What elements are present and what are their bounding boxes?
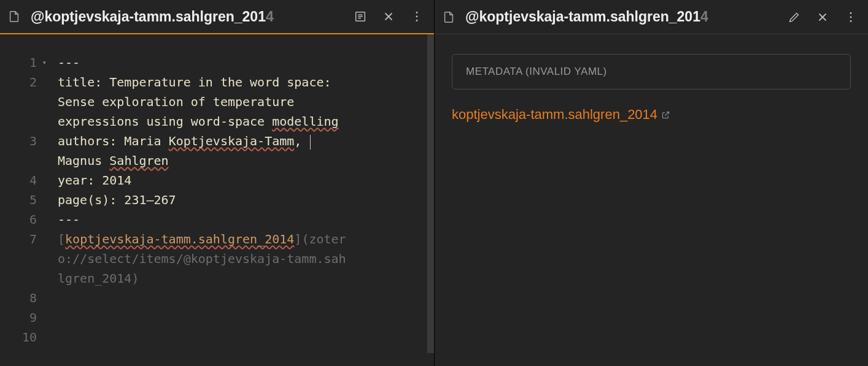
svg-point-11 (850, 12, 852, 14)
line-number: 5 (0, 190, 45, 210)
code-line (58, 288, 424, 308)
editor-body[interactable]: 1 2 3 4 5 6 7 8 9 10 ---title: Temperatu… (0, 34, 434, 366)
editor-tab-title[interactable]: @koptjevskaja-tamm.sahlgren_2014 (31, 9, 342, 25)
title-main: koptjevskaja-tamm.sahlgren_201 (479, 9, 700, 25)
preview-link[interactable]: koptjevskaja-tamm.sahlgren_2014 (452, 107, 670, 123)
line-number: 8 (0, 288, 45, 308)
gutter-spacer (0, 151, 45, 170)
preview-body: METADATA (INVALID YAML) koptjevskaja-tam… (435, 34, 868, 366)
reading-mode-icon[interactable] (348, 4, 373, 29)
file-icon (442, 10, 455, 24)
svg-point-8 (416, 20, 418, 21)
code-line-wrap: expressions using word-space modelling (58, 112, 424, 131)
code-line: page(s): 231–267 (58, 190, 424, 210)
editor-tab-bar: @koptjevskaja-tamm.sahlgren_2014 (0, 0, 434, 34)
close-icon[interactable] (376, 4, 401, 29)
more-options-icon[interactable] (405, 4, 429, 29)
gutter-spacer (0, 92, 45, 131)
preview-tab-actions (782, 5, 863, 29)
code-content[interactable]: ---title: Temperature in the word space:… (45, 34, 434, 366)
svg-point-6 (416, 12, 418, 13)
line-number: 4 (0, 170, 45, 190)
preview-pane: @koptjevskaja-tamm.sahlgren_2014 (435, 0, 868, 366)
scrollbar-thumb[interactable] (427, 34, 434, 353)
editor-tab-actions (348, 4, 429, 29)
line-number: 1 (0, 53, 45, 72)
title-main: koptjevskaja-tamm.sahlgren_201 (44, 9, 266, 25)
code-line: title: Temperature in the word space: (58, 72, 424, 92)
svg-point-13 (850, 20, 852, 21)
line-number: 7 (0, 229, 45, 249)
code-line: --- (58, 210, 424, 229)
svg-point-12 (850, 16, 852, 18)
close-icon[interactable] (810, 5, 835, 29)
preview-link-text: koptjevskaja-tamm.sahlgren_2014 (452, 107, 657, 123)
title-dim: 4 (700, 9, 708, 25)
code-line-wrap: Sense exploration of temperature (58, 92, 424, 112)
title-prefix: @ (31, 9, 44, 25)
code-line: year: 2014 (58, 170, 424, 190)
code-line (58, 308, 424, 327)
code-line-wrap: Magnus Sahlgren (58, 151, 424, 170)
code-line: [koptjevskaja-tamm.sahlgren_2014](zoter (58, 229, 424, 249)
code-line-wrap: o://select/items/@koptjevskaja-tamm.sah (58, 249, 424, 269)
preview-tab-title[interactable]: @koptjevskaja-tamm.sahlgren_2014 (465, 9, 776, 25)
svg-point-7 (416, 16, 418, 18)
metadata-label: METADATA (INVALID YAML) (466, 66, 607, 77)
gutter-spacer (0, 249, 45, 288)
scrollbar[interactable] (427, 34, 434, 366)
editor-pane: @koptjevskaja-tamm.sahlgren_2014 (0, 0, 435, 366)
line-number: 3 (0, 131, 45, 151)
metadata-box[interactable]: METADATA (INVALID YAML) (452, 54, 851, 90)
line-number: 6 (0, 210, 45, 229)
title-prefix: @ (465, 9, 479, 25)
title-dim: 4 (266, 9, 274, 25)
line-number: 9 (0, 308, 45, 327)
text-cursor (310, 135, 311, 150)
code-line: --- (58, 53, 424, 72)
code-line: authors: Maria Koptjevskaja-Tamm, (58, 131, 424, 151)
external-link-icon (661, 110, 670, 120)
line-number: 2 (0, 72, 45, 92)
code-line (58, 327, 424, 347)
preview-tab-bar: @koptjevskaja-tamm.sahlgren_2014 (435, 0, 868, 34)
more-options-icon[interactable] (839, 5, 863, 29)
edit-icon[interactable] (782, 5, 807, 29)
code-line-wrap: lgren_2014) (58, 269, 424, 288)
line-number-gutter: 1 2 3 4 5 6 7 8 9 10 (0, 34, 45, 366)
file-icon (7, 10, 21, 23)
line-number: 10 (0, 327, 45, 347)
